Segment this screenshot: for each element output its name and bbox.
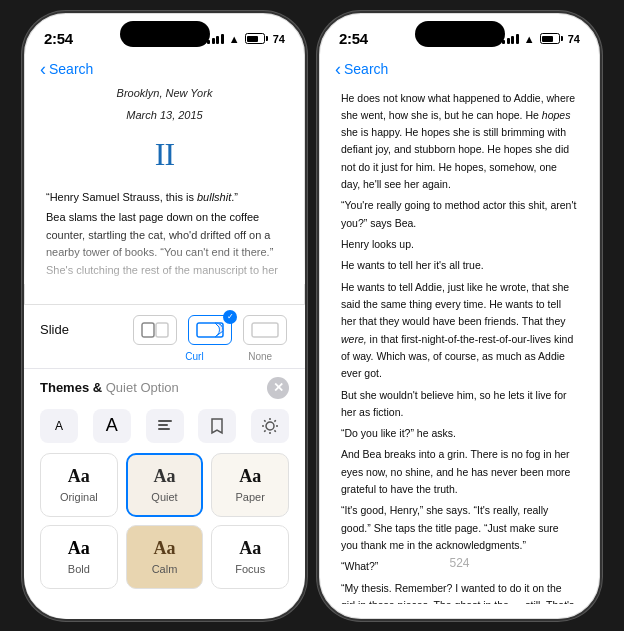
dynamic-island — [120, 21, 210, 47]
r-signal-bar-1 — [502, 40, 505, 44]
book-date: March 13, 2015 — [46, 106, 283, 124]
back-arrow-icon: ‹ — [40, 60, 46, 78]
svg-rect-1 — [156, 323, 168, 337]
theme-quiet[interactable]: Aa Quiet — [126, 453, 204, 517]
r-signal-bar-4 — [516, 34, 519, 44]
para-1: “Henry Samuel Strauss, this is bullshit.… — [46, 189, 283, 207]
r-para-6: But she wouldn't believe him, so he lets… — [341, 387, 578, 422]
themes-header-text: Themes & Quiet Option — [40, 380, 179, 395]
curl-icon: ✓ — [188, 315, 232, 345]
font-decrease-button[interactable]: A — [40, 409, 78, 443]
left-time: 2:54 — [44, 30, 73, 47]
font-increase-button[interactable]: A — [93, 409, 131, 443]
theme-calm-label: Calm — [152, 563, 178, 575]
page-number-container: 524 — [319, 554, 600, 574]
page-number: 524 — [449, 552, 469, 578]
right-status-icons: ▲ 74 — [502, 33, 580, 45]
signal-bars — [207, 34, 224, 44]
right-book-content: He does not know what happened to Addie,… — [319, 84, 600, 604]
svg-rect-5 — [158, 424, 168, 426]
transition-labels: Curl None — [24, 351, 305, 368]
wifi-icon: ▲ — [229, 33, 240, 45]
theme-bold-label: Bold — [68, 563, 90, 575]
right-battery-level: 74 — [568, 33, 580, 45]
theme-paper-aa: Aa — [239, 466, 261, 487]
left-phone: 2:54 ▲ 74 ‹ — [22, 11, 307, 621]
bottom-panel: Slide ✓ — [24, 304, 305, 619]
theme-original-label: Original — [60, 491, 98, 503]
transition-label-slide — [100, 351, 158, 362]
check-mark: ✓ — [223, 310, 237, 324]
right-time: 2:54 — [339, 30, 368, 47]
slide-label: Slide — [40, 322, 69, 337]
theme-original-aa: Aa — [68, 466, 90, 487]
svg-rect-4 — [158, 420, 172, 422]
right-nav-bar: ‹ Search — [319, 57, 600, 84]
phones-container: 2:54 ▲ 74 ‹ — [22, 11, 602, 621]
transition-label-none: None — [231, 351, 289, 362]
right-wifi-icon: ▲ — [524, 33, 535, 45]
close-button[interactable]: ✕ — [267, 377, 289, 399]
right-phone: 2:54 ▲ 74 ‹ — [317, 11, 602, 621]
book-text: “Henry Samuel Strauss, this is bullshit.… — [46, 189, 283, 284]
battery-body — [245, 33, 265, 44]
left-nav-back[interactable]: ‹ Search — [40, 61, 93, 78]
divider-1 — [24, 368, 305, 369]
bookmark-button[interactable] — [198, 409, 236, 443]
signal-bar-2 — [212, 38, 215, 44]
theme-calm-aa: Aa — [153, 538, 175, 559]
theme-calm[interactable]: Aa Calm — [126, 525, 204, 589]
theme-paper-label: Paper — [235, 491, 264, 503]
r-signal-bar-2 — [507, 38, 510, 44]
svg-line-12 — [264, 420, 265, 421]
theme-quiet-aa: Aa — [153, 466, 175, 487]
r-para-1: He does not know what happened to Addie,… — [341, 90, 578, 194]
right-battery-tip — [561, 36, 563, 41]
signal-bar-1 — [207, 40, 210, 44]
r-signal-bar-3 — [511, 36, 514, 44]
themes-grid: Aa Original Aa Quiet Aa Paper Aa Bold Aa — [24, 449, 305, 599]
font-controls-row: A A — [24, 403, 305, 449]
theme-focus-label: Focus — [235, 563, 265, 575]
theme-focus[interactable]: Aa Focus — [211, 525, 289, 589]
themes-header: Themes & Quiet Option ✕ — [24, 373, 305, 403]
right-battery-fill — [542, 36, 553, 42]
format-button[interactable] — [146, 409, 184, 443]
right-nav-back[interactable]: ‹ Search — [335, 61, 388, 78]
r-para-5: He wants to tell Addie, just like he wro… — [341, 279, 578, 383]
signal-bar-4 — [221, 34, 224, 44]
theme-paper[interactable]: Aa Paper — [211, 453, 289, 517]
theme-quiet-label: Quiet — [151, 491, 177, 503]
left-book-content: Brooklyn, New York March 13, 2015 II “He… — [24, 84, 305, 284]
left-back-label: Search — [49, 61, 93, 77]
transition-none[interactable] — [242, 315, 289, 345]
svg-line-15 — [264, 430, 265, 431]
book-location: Brooklyn, New York — [46, 84, 283, 102]
transition-label-curl: Curl — [166, 351, 224, 362]
transition-slide[interactable] — [132, 315, 179, 345]
left-status-icons: ▲ 74 — [207, 33, 285, 45]
r-para-3: Henry looks up. — [341, 236, 578, 253]
svg-rect-3 — [252, 323, 278, 337]
svg-rect-0 — [142, 323, 154, 337]
right-back-label: Search — [344, 61, 388, 77]
battery-tip — [266, 36, 268, 41]
r-para-2: “You're really going to method actor thi… — [341, 197, 578, 232]
svg-point-7 — [266, 422, 274, 430]
signal-bar-3 — [216, 36, 219, 44]
r-para-9: “It's good, Henry,” she says. “It's real… — [341, 502, 578, 554]
r-para-11: “My thesis. Remember? I wanted to do it … — [341, 580, 578, 604]
theme-bold[interactable]: Aa Bold — [40, 525, 118, 589]
right-battery-icon — [540, 33, 563, 44]
transitions-row: Slide ✓ — [24, 305, 305, 351]
svg-line-13 — [274, 430, 275, 431]
transition-curl[interactable]: ✓ — [187, 315, 234, 345]
svg-rect-6 — [158, 428, 170, 430]
r-para-7: “Do you like it?” he asks. — [341, 425, 578, 442]
right-battery-body — [540, 33, 560, 44]
none-icon — [243, 315, 287, 345]
left-nav-bar: ‹ Search — [24, 57, 305, 84]
theme-original[interactable]: Aa Original — [40, 453, 118, 517]
slide-icon — [133, 315, 177, 345]
brightness-button[interactable] — [251, 409, 289, 443]
